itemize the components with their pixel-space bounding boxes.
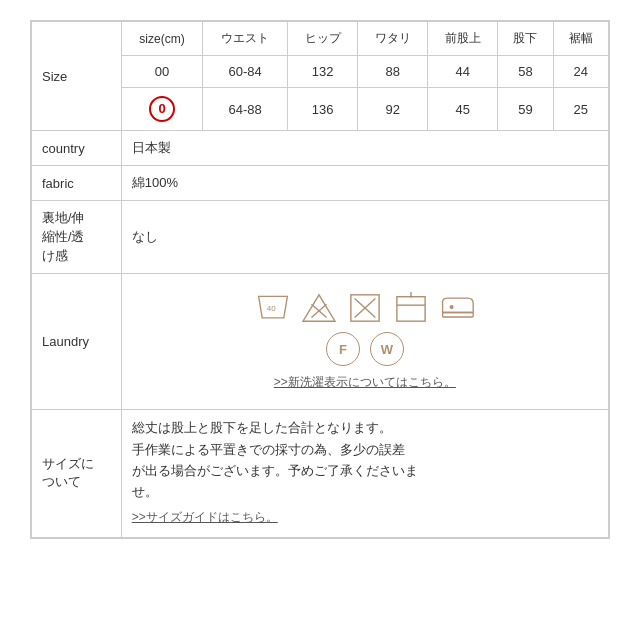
- col-hem: 裾幅: [553, 22, 608, 56]
- w-circle-icon: W: [370, 332, 404, 366]
- hang-dry-icon: [393, 292, 429, 324]
- waist-00: 60-84: [203, 56, 288, 88]
- laundry-icons-container: 40: [132, 282, 598, 401]
- col-waist: ウエスト: [203, 22, 288, 56]
- col-front-rise: 前股上: [428, 22, 498, 56]
- laundry-cell: 40: [121, 274, 608, 410]
- col-hip: ヒップ: [288, 22, 358, 56]
- front-rise-0: 45: [428, 88, 498, 131]
- col-inseam: ワタリ: [358, 22, 428, 56]
- country-label: country: [32, 131, 122, 166]
- notes-label: サイズについて: [32, 410, 122, 537]
- col-size: size(cm): [121, 22, 203, 56]
- triangle-x-svg: [301, 292, 337, 324]
- size-guide-link[interactable]: >>サイズガイドはこちら。: [132, 510, 278, 524]
- hem-0: 25: [553, 88, 608, 131]
- fabric-value: 綿100%: [121, 166, 608, 201]
- wash-tub-svg: 40: [255, 292, 291, 324]
- back-rise-0: 59: [498, 88, 553, 131]
- waist-0: 64-88: [203, 88, 288, 131]
- inseam-0: 92: [358, 88, 428, 131]
- svg-marker-1: [303, 295, 335, 321]
- wash-40-icon: 40: [255, 292, 291, 324]
- hip-0: 136: [288, 88, 358, 131]
- size-00[interactable]: 00: [121, 56, 203, 88]
- col-back-rise: 股下: [498, 22, 553, 56]
- no-bleach-icon: [301, 292, 337, 324]
- size-0[interactable]: 0: [121, 88, 203, 131]
- laundry-link[interactable]: >>新洗濯表示についてはこちら。: [274, 375, 456, 389]
- no-tumble-dry-icon: [347, 292, 383, 324]
- lining-value: なし: [121, 201, 608, 274]
- svg-text:40: 40: [267, 304, 276, 313]
- inseam-00: 88: [358, 56, 428, 88]
- laundry-bottom-icons: F W: [326, 332, 404, 366]
- square-x-svg: [347, 292, 383, 324]
- laundry-top-icons: 40: [255, 292, 475, 324]
- iron-svg: [439, 292, 475, 324]
- hem-00: 24: [553, 56, 608, 88]
- lining-label: 裏地/伸縮性/透け感: [32, 201, 122, 274]
- f-circle-icon: F: [326, 332, 360, 366]
- country-value: 日本製: [121, 131, 608, 166]
- laundry-link-container: >>新洗濯表示についてはこちら。: [274, 374, 456, 391]
- notes-link-container: >>サイズガイドはこちら。: [132, 507, 598, 528]
- notes-text: 総丈は股上と股下を足した合計となります。 手作業による平置きでの採寸の為、多少の…: [132, 418, 598, 503]
- size-label: Size: [32, 22, 122, 131]
- product-info-table: Size size(cm) ウエスト ヒップ ワタリ 前股上 股下 裾幅 00 …: [30, 20, 610, 539]
- iron-low-icon: [439, 292, 475, 324]
- hip-00: 132: [288, 56, 358, 88]
- svg-rect-10: [442, 313, 473, 318]
- selected-size-badge: 0: [149, 96, 175, 122]
- hang-dry-svg: [393, 292, 429, 324]
- svg-rect-7: [397, 297, 425, 321]
- laundry-label: Laundry: [32, 274, 122, 410]
- fabric-label: fabric: [32, 166, 122, 201]
- notes-cell: 総丈は股上と股下を足した合計となります。 手作業による平置きでの採寸の為、多少の…: [121, 410, 608, 537]
- back-rise-00: 58: [498, 56, 553, 88]
- svg-point-11: [450, 306, 453, 309]
- front-rise-00: 44: [428, 56, 498, 88]
